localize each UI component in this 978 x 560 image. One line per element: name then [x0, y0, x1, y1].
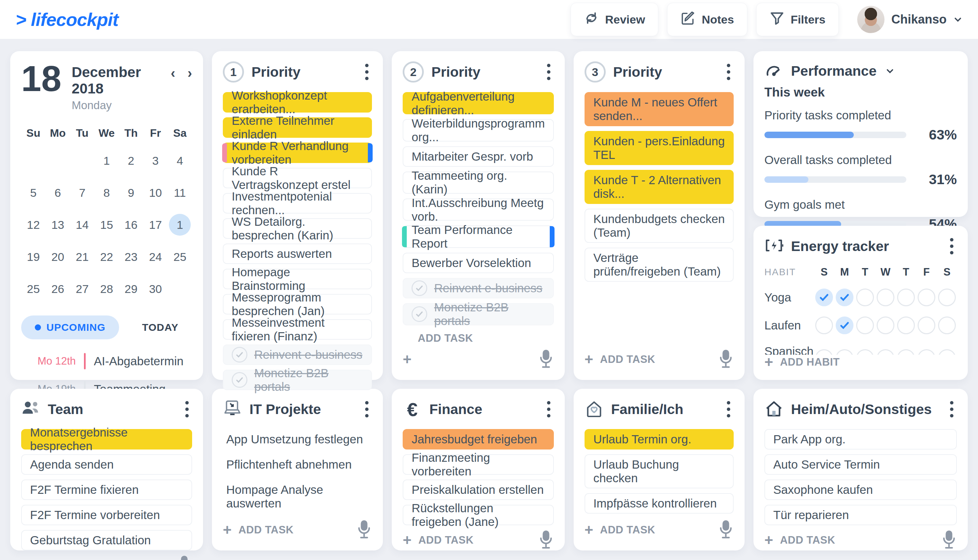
- day-cell[interactable]: 14: [70, 214, 95, 236]
- habit-check-on[interactable]: [815, 288, 833, 306]
- plus-icon[interactable]: +: [764, 355, 773, 370]
- day-cell[interactable]: 20: [46, 246, 70, 268]
- habit-check-off[interactable]: [938, 288, 956, 306]
- day-cell[interactable]: [167, 278, 192, 300]
- kebab-menu-icon[interactable]: [723, 62, 734, 82]
- day-cell[interactable]: 1: [95, 150, 119, 172]
- add-task-label[interactable]: ADD TASK: [780, 534, 835, 547]
- habit-check-on[interactable]: [836, 288, 853, 306]
- tab-upcoming[interactable]: UPCOMING: [21, 315, 119, 339]
- task-item[interactable]: Preiskalkulation erstellen: [403, 480, 554, 500]
- task-item[interactable]: Workshopkonzept erarbeiten...: [223, 92, 372, 113]
- task-item[interactable]: Geburtstag Gratulation: [21, 530, 192, 550]
- kebab-menu-icon[interactable]: [946, 399, 957, 420]
- day-cell[interactable]: [21, 150, 46, 172]
- task-item[interactable]: Monatsergebnisse besprechen: [21, 429, 192, 450]
- microphone-icon[interactable]: [941, 530, 957, 550]
- task-item[interactable]: F2F Termine vorbereiten: [21, 505, 192, 525]
- kebab-menu-icon[interactable]: [362, 62, 372, 82]
- day-cell[interactable]: 21: [70, 246, 95, 268]
- day-cell[interactable]: 27: [70, 278, 95, 300]
- task-item[interactable]: Jahresbudget freigeben: [403, 429, 554, 450]
- habit-check-off[interactable]: [815, 349, 833, 355]
- microphone-icon[interactable]: [718, 349, 734, 370]
- day-cell[interactable]: 7: [70, 182, 95, 203]
- habit-check-off[interactable]: [877, 317, 895, 334]
- day-cell[interactable]: 30: [144, 278, 168, 300]
- day-cell[interactable]: 19: [21, 246, 46, 268]
- completed-task-item[interactable]: Monetize B2B portals: [403, 303, 554, 325]
- task-item[interactable]: Investmentpotenial rechnen...: [223, 193, 372, 213]
- tab-today[interactable]: TODAY: [142, 322, 179, 333]
- day-cell[interactable]: 24: [144, 246, 168, 268]
- habit-check-off[interactable]: [877, 288, 895, 306]
- kebab-menu-icon[interactable]: [362, 399, 372, 420]
- calendar-prev-button[interactable]: ‹: [170, 66, 175, 80]
- habit-check-off[interactable]: [897, 349, 915, 355]
- day-cell[interactable]: 26: [46, 278, 70, 300]
- event-row[interactable]: Mo 12th AI-Abgabetermin: [21, 353, 192, 369]
- task-item[interactable]: Kunde M - neues Offert senden...: [584, 92, 734, 126]
- kebab-menu-icon[interactable]: [723, 399, 734, 420]
- microphone-icon[interactable]: [718, 520, 734, 540]
- task-item[interactable]: Int.Ausschreibung Meetg vorb.: [403, 198, 554, 221]
- task-item[interactable]: Urlaub Buchung checken: [584, 454, 734, 488]
- day-cell[interactable]: 4: [167, 150, 192, 172]
- habit-check-off[interactable]: [938, 317, 956, 334]
- day-cell[interactable]: 3: [144, 150, 168, 172]
- task-item[interactable]: Homepage Brainstorming: [223, 269, 372, 289]
- task-item[interactable]: Urlaub Termin org.: [584, 429, 734, 450]
- task-item[interactable]: Kunde R Vertragskonzept erstel: [223, 168, 372, 188]
- day-cell[interactable]: 23: [119, 246, 144, 268]
- microphone-icon[interactable]: [538, 349, 554, 370]
- task-item[interactable]: Teammeeting org. (Karin): [403, 172, 554, 194]
- task-item[interactable]: Rückstellungen freigeben (Jane): [403, 505, 554, 525]
- plus-icon[interactable]: +: [584, 522, 593, 537]
- habit-check-on[interactable]: [836, 317, 853, 334]
- habit-check-off[interactable]: [897, 288, 915, 306]
- day-cell[interactable]: 16: [119, 214, 144, 236]
- task-item[interactable]: App Umsetzung festlegen: [223, 429, 372, 450]
- task-item[interactable]: Aufgabenverteilung definieren...: [403, 92, 554, 114]
- completed-task-item[interactable]: Monetize B2B portals: [223, 370, 372, 390]
- microphone-icon[interactable]: [356, 520, 372, 540]
- task-item[interactable]: Saxophone kaufen: [764, 480, 957, 500]
- plus-icon[interactable]: +: [21, 558, 30, 560]
- plus-icon[interactable]: +: [403, 533, 412, 548]
- user-menu[interactable]: Chikanso: [857, 6, 962, 33]
- filters-button[interactable]: Filters: [756, 3, 839, 36]
- task-item[interactable]: Kunden - pers.Einladung TEL: [584, 131, 734, 165]
- task-item[interactable]: Externe Teilnehmer einladen: [223, 117, 372, 138]
- task-item[interactable]: Agenda senden: [21, 454, 192, 475]
- plus-icon[interactable]: +: [223, 522, 232, 537]
- day-cell[interactable]: 12: [21, 214, 46, 236]
- task-item[interactable]: Kunde T - 2 Alternativen disk...: [584, 170, 734, 204]
- day-cell[interactable]: 10: [144, 182, 168, 203]
- microphone-icon[interactable]: [177, 555, 192, 560]
- task-item[interactable]: Messeprogramm besprechen (Jan): [223, 294, 372, 315]
- task-item[interactable]: Auto Service Termin: [764, 454, 957, 475]
- day-cell-selected[interactable]: 1: [169, 214, 191, 236]
- task-item[interactable]: Impfpässe kontrollieren: [584, 493, 734, 513]
- kebab-menu-icon[interactable]: [544, 62, 554, 82]
- add-task-label[interactable]: ADD TASK: [600, 524, 655, 536]
- habit-check-off[interactable]: [856, 349, 874, 355]
- habit-check-off[interactable]: [918, 317, 935, 334]
- chevron-down-icon[interactable]: [886, 67, 895, 75]
- task-item[interactable]: Kunde R Verhandlung vorbereiten: [223, 143, 372, 163]
- habit-check-off[interactable]: [918, 288, 935, 306]
- day-cell[interactable]: 25: [21, 278, 46, 300]
- task-item[interactable]: WS Detailorg. besprechen (Karin): [223, 218, 372, 239]
- habit-check-off[interactable]: [856, 288, 874, 306]
- day-cell[interactable]: 6: [46, 182, 70, 203]
- plus-icon[interactable]: +: [403, 352, 412, 367]
- day-cell[interactable]: [70, 150, 95, 172]
- task-item[interactable]: Pflichtenheft abnehmen: [223, 454, 372, 475]
- add-habit-label[interactable]: ADD HABIT: [780, 356, 840, 368]
- task-item[interactable]: Weiterbildungsprogramm org...: [403, 119, 554, 141]
- day-cell[interactable]: 5: [21, 182, 46, 203]
- day-cell[interactable]: 22: [95, 246, 119, 268]
- day-cell[interactable]: 13: [46, 214, 70, 236]
- task-item[interactable]: Reports auswerten: [223, 243, 372, 264]
- day-cell[interactable]: 28: [95, 278, 119, 300]
